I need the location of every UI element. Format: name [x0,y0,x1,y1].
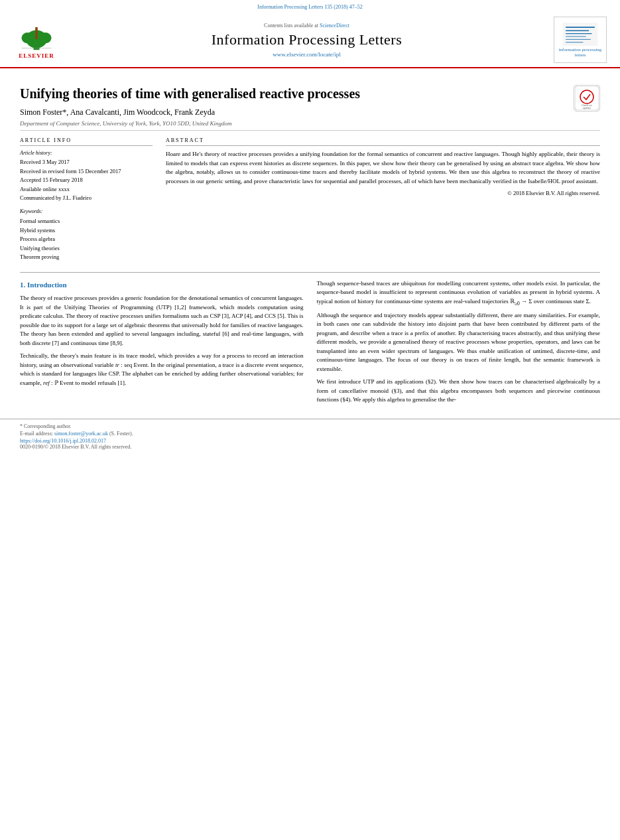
main-body: 1. Introduction The theory of reactive p… [20,272,600,409]
footnote-email: E-mail address: simon.foster@york.ac.uk … [20,431,600,437]
body-paragraph-2: Technically, the theory's main feature i… [20,352,304,387]
journal-title-center: Contents lists available at ScienceDirec… [60,23,554,58]
keyword-4: Unifying theories [20,244,153,253]
abstract-title: ABSTRACT [166,137,600,146]
journal-citation: Information Processing Letters 135 (2018… [257,4,362,10]
author-email[interactable]: simon.foster@york.ac.uk [54,431,108,437]
keyword-1: Formal semantics [20,217,153,226]
journal-logo-icon [560,23,600,46]
check-badge-icon: Check for updates [575,86,599,110]
svg-rect-4 [35,27,38,39]
keyword-2: Hybrid systems [20,226,153,236]
page-footer: * Corresponding author. E-mail address: … [0,419,620,454]
communicated-by: Communicated by J.L. Fiadeiro [20,194,153,203]
body-right-column: Though sequence-based traces are ubiquit… [317,279,601,409]
svg-text:updates: updates [583,106,591,109]
received-date: Received 3 May 2017 [20,158,153,167]
check-for-updates-badge: Check for updates [574,85,600,111]
journal-logo-right: information processing letters [554,17,607,63]
paper-content: Unifying theories of time with generalis… [0,68,620,419]
accepted-date: Accepted 15 February 2018 [20,176,153,185]
abstract-column: ABSTRACT Hoare and He's theory of reacti… [166,137,600,262]
doi-line[interactable]: https://doi.org/10.1016/j.ipl.2018.02.01… [20,438,600,444]
body-two-columns: 1. Introduction The theory of reactive p… [20,279,600,409]
issn-line: 0020-0190/© 2018 Elsevier B.V. All right… [20,444,600,450]
body-paragraph-4: Although the sequence and trajectory mod… [317,311,601,374]
article-info-title: ARTICLE INFO [20,137,153,146]
sciencedirect-link[interactable]: ScienceDirect [320,23,349,29]
abstract-text: Hoare and He's theory of reactive proces… [166,150,600,186]
paper-title: Unifying theories of time with generalis… [20,85,567,102]
paper-title-section: Unifying theories of time with generalis… [20,78,600,131]
copyright-line: © 2018 Elsevier B.V. All rights reserved… [166,190,600,196]
journal-banner: ELSEVIER Contents lists available at Sci… [13,13,607,67]
journal-header: Information Processing Letters 135 (2018… [0,0,620,68]
journal-url[interactable]: www.elsevier.com/locate/ipl [70,51,544,58]
keyword-3: Process algebra [20,235,153,244]
journal-title: Information Processing Letters [70,31,544,48]
elsevier-logo: ELSEVIER [13,21,60,59]
svg-point-3 [40,33,52,43]
available-date: Available online xxxx [20,185,153,194]
logo-right-label: information processing letters [557,47,603,58]
contents-line: Contents lists available at ScienceDirec… [70,23,544,29]
article-info-abstract: ARTICLE INFO Article history: Received 3… [20,137,600,262]
keywords-list: Formal semantics Hybrid systems Process … [20,217,153,262]
body-paragraph-1: The theory of reactive processes provide… [20,294,304,348]
article-info-column: ARTICLE INFO Article history: Received 3… [20,137,153,262]
paper-affiliation: Department of Computer Science, Universi… [20,120,567,127]
keyword-5: Theorem proving [20,253,153,262]
keywords-title: Keywords: [20,208,153,214]
history-label: Article history: [20,150,153,156]
paper-authors: Simon Foster*, Ana Cavalcanti, Jim Woodc… [20,107,567,117]
journal-top-bar: Information Processing Letters 135 (2018… [13,4,607,10]
section1-title: 1. Introduction [20,279,304,291]
body-paragraph-5: We first introduce UTP and its applicati… [317,378,601,405]
svg-point-2 [22,33,34,43]
elsevier-text: ELSEVIER [19,52,54,59]
body-left-column: 1. Introduction The theory of reactive p… [20,279,304,409]
keywords-block: Keywords: Formal semantics Hybrid system… [20,208,153,262]
elsevier-tree-icon [13,21,60,51]
revised-date: Received in revised form 15 December 201… [20,167,153,176]
paper-title-text: Unifying theories of time with generalis… [20,85,567,127]
body-paragraph-3: Though sequence-based traces are ubiquit… [317,279,601,307]
footnote-star: * Corresponding author. [20,423,600,429]
